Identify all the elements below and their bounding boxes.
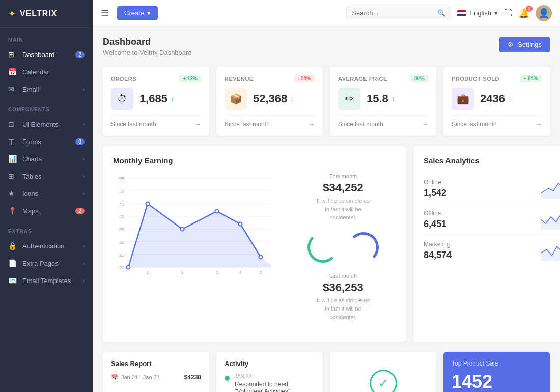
auth-icon: 🔒 (8, 242, 17, 250)
this-month-label: This month (290, 173, 396, 179)
product-sold-badge: + 84% (520, 75, 542, 82)
stat-card-orders: ORDERS + 12% ⏱ 1,685 ↑ Since last month … (103, 67, 209, 136)
stat-card-avg-price: AVERAGE PRICE 00% ✏ 15.8 ↑ Since last mo… (330, 67, 436, 136)
svg-point-23 (146, 202, 150, 206)
chevron-right-icon: › (83, 156, 85, 162)
sidebar-item-charts[interactable]: 📊 Charts › (0, 150, 93, 167)
trend-down-icon: ↓ (290, 95, 294, 103)
donut-chart (111, 385, 201, 392)
sidebar-section-components: COMPONENTS (0, 98, 93, 116)
logo-icon: ✦ (8, 8, 16, 19)
maps-icon: 📍 (8, 207, 17, 215)
settings-button[interactable]: ⚙ Settings (499, 37, 550, 52)
sidebar-item-extra-pages[interactable]: 📄 Extra Pages › (0, 255, 93, 272)
hamburger-icon[interactable]: ☰ (101, 8, 109, 19)
offline-label: Offline (424, 210, 446, 217)
sidebar-item-email[interactable]: ✉ Email › (0, 80, 93, 98)
sidebar-item-label: Authentication (22, 242, 83, 250)
svg-point-22 (127, 266, 130, 269)
marketing-label: Marketing (424, 241, 452, 248)
svg-marker-30 (541, 244, 560, 261)
svg-point-26 (239, 222, 242, 226)
chevron-right-icon: › (83, 87, 85, 92)
activity-title: Activity (225, 360, 315, 368)
forms-icon: ◫ (8, 137, 17, 146)
trend-up-icon: ↑ (508, 95, 512, 103)
orders-value: 1,685 (139, 92, 167, 105)
avatar[interactable]: 👤 (536, 5, 552, 21)
chevron-down-icon: ▾ (147, 9, 151, 17)
activity-card: Activity JAN 22 Responded to need "Volun… (216, 352, 323, 392)
monthly-earning-card: Monthly Earning (103, 146, 406, 342)
stat-cards-grid: ORDERS + 12% ⏱ 1,685 ↑ Since last month … (103, 67, 550, 136)
activity-item: JAN 22 Responded to need "Volunteer Acti… (225, 374, 315, 392)
chevron-right-icon: › (83, 278, 85, 284)
sidebar-item-forms[interactable]: ◫ Forms 9 (0, 133, 93, 150)
page-header: Dashboard Welcome to Veltrix Dashboard ⚙… (103, 37, 550, 57)
revenue-icon: 📦 (225, 88, 247, 110)
sidebar-item-label: Maps (22, 207, 75, 215)
trend-up-icon: ↑ (171, 95, 174, 103)
sidebar-item-icons[interactable]: ★ Icons › (0, 185, 93, 202)
svg-marker-29 (541, 214, 560, 230)
last-month-value: $36,253 (290, 281, 396, 294)
bottom-cards-grid: Sales Report 📅 Jan 01 - Jan 31 $4230 (103, 352, 550, 392)
sidebar-item-label: Extra Pages (22, 260, 83, 267)
calendar-icon: 📅 (8, 68, 17, 76)
sidebar-item-maps[interactable]: 📍 Maps 2 (0, 202, 93, 219)
top-product-card: Top Product Sale 1452 Computer At solmen… (443, 352, 550, 392)
sidebar-item-dashboard[interactable]: ⊞ Dashboard 2 (0, 46, 93, 63)
sidebar-item-label: Icons (22, 190, 83, 198)
search-icon: 🔍 (437, 9, 445, 17)
svg-point-25 (215, 210, 219, 213)
analytics-item-online: Online 1,542 (424, 173, 560, 204)
chevron-right-icon: › (83, 122, 85, 127)
svg-point-24 (181, 228, 184, 231)
date-range: 📅 Jan 01 - Jan 31 $4230 (111, 374, 201, 381)
create-button[interactable]: Create ▾ (117, 6, 158, 20)
arrow-right-icon: → (195, 121, 201, 128)
search-input[interactable] (352, 9, 433, 17)
sidebar-item-label: Email Templates (22, 277, 83, 285)
avg-price-badge: 00% (411, 75, 428, 82)
sidebar-item-label: Dashboard (22, 51, 75, 59)
logo-text: VELTRIX (20, 9, 57, 18)
online-mini-chart (541, 178, 560, 199)
product-sold-value: 2436 (480, 92, 505, 105)
svg-text:30: 30 (119, 240, 124, 245)
analytics-item-offline: Offline 6,451 (424, 204, 560, 235)
marketing-value: 84,574 (424, 250, 452, 261)
sidebar-item-label: Forms (22, 138, 75, 146)
revenue-badge: - 28% (294, 75, 315, 82)
last-month-label: Last month (290, 273, 396, 279)
offline-mini-chart (541, 209, 560, 230)
sidebar-item-ui-elements[interactable]: ⊡ UI Elements › (0, 116, 93, 133)
sidebar-item-calendar[interactable]: 📅 Calendar (0, 63, 93, 80)
sidebar: ✦ VELTRIX MAIN ⊞ Dashboard 2 📅 Calendar … (0, 0, 93, 392)
monthly-earning-title: Monthly Earning (113, 156, 396, 165)
offline-value: 6,451 (424, 219, 446, 230)
notifications-button[interactable]: 🔔 3 (518, 8, 529, 19)
sidebar-item-authentication[interactable]: 🔒 Authentication › (0, 237, 93, 255)
fullscreen-icon[interactable]: ⛶ (504, 9, 512, 18)
svg-text:50: 50 (119, 189, 124, 194)
sidebar-item-email-templates[interactable]: 📧 Email Templates › (0, 272, 93, 289)
page-subtitle: Welcome to Veltrix Dashboard (103, 49, 192, 57)
this-month-value: $34,252 (290, 181, 396, 194)
svg-text:35: 35 (119, 227, 124, 232)
arrow-right-icon: → (536, 121, 542, 128)
maps-badge: 2 (75, 208, 85, 214)
sidebar-item-tables[interactable]: ⊞ Tables › (0, 167, 93, 185)
sales-amount: $4230 (184, 374, 201, 381)
marketing-mini-chart (541, 240, 560, 261)
sidebar-item-label: UI Elements (22, 121, 83, 128)
trend-up-icon: ↑ (391, 95, 395, 103)
sidebar-item-label: Calendar (22, 68, 85, 76)
top-product-label: Top Product Sale (452, 360, 542, 367)
language-selector[interactable]: English ▾ (457, 9, 498, 17)
monthly-stats: This month $34,252 It will be as simple … (284, 173, 396, 331)
dashboard-badge: 2 (75, 51, 85, 58)
svg-text:20: 20 (119, 265, 124, 270)
analytics-item-marketing: Marketing 84,574 (424, 235, 560, 266)
page-title: Dashboard (103, 37, 192, 47)
